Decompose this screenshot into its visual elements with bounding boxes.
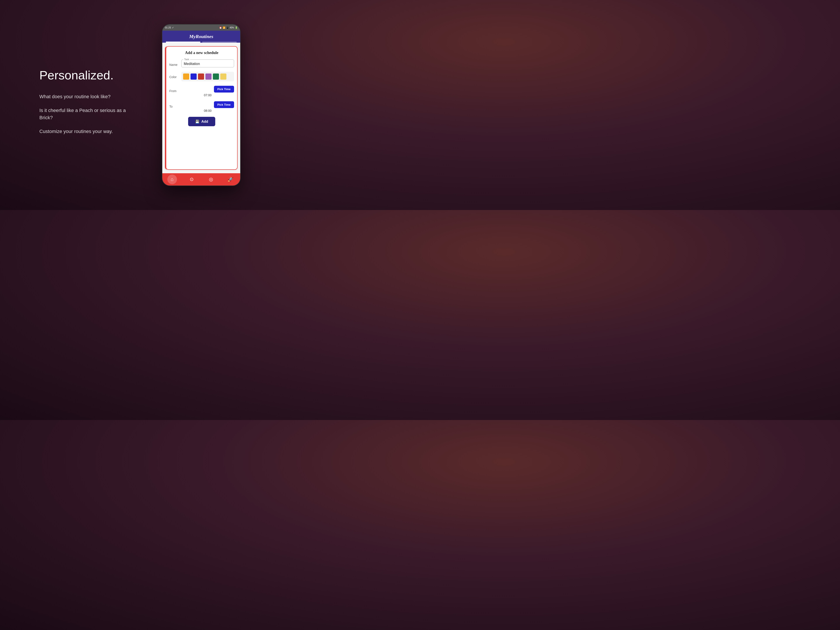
from-time-display: 07:00 [182,93,234,97]
battery-icon: 🔋 [235,27,238,29]
right-panel: 01:25 ✓ ⏰ 📶 📱 40% 🔋 MyRoutines Add [153,15,258,195]
to-pick-time-button[interactable]: Pick Time [214,101,234,108]
name-label: Name [169,60,182,66]
task-input-wrapper[interactable]: Task Meditation [182,60,234,67]
add-button-label: Add [201,120,208,123]
wifi-icon: 📶 [223,27,225,29]
add-btn-row: 💾 Add [169,117,234,126]
task-input-label: Task [183,58,190,61]
status-icons: ⏰ 📶 📱 40% 🔋 [219,27,238,29]
task-value: Meditation [184,62,232,66]
headline: Personalized. [39,68,140,82]
bottom-nav: ⌂ ⊙ ◎ 🚀 [162,173,240,185]
clock-icon: ⊙ [189,177,194,182]
to-time-row: Pick Time 08:00 [182,101,234,112]
signal-icon: 📱 [226,27,229,29]
color-swatch-5[interactable] [220,74,226,80]
color-field [182,72,234,81]
home-icon: ⌂ [171,177,174,182]
color-swatch-2[interactable] [198,74,204,80]
to-label: To [169,101,182,108]
color-row: Color [169,72,234,81]
nav-rocket-button[interactable]: 🚀 [226,175,235,184]
battery-text: 40% [230,27,234,29]
color-swatch-3[interactable] [205,74,212,80]
from-time-row: Pick Time 07:00 [182,86,234,97]
form-title: Add a new schedule [169,51,234,55]
phone-frame: 01:25 ✓ ⏰ 📶 📱 40% 🔋 MyRoutines Add [162,24,241,186]
form-card: Add a new schedule Name Task Meditation … [165,46,238,170]
to-field: Pick Time 08:00 [182,101,234,112]
paragraph-1: What does your routine look like? [39,93,140,100]
to-row: To Pick Time 08:00 [169,101,234,112]
color-label: Color [169,72,182,79]
status-time: 01:25 ✓ [165,26,174,29]
rocket-icon: 🚀 [227,177,234,182]
nav-target-button[interactable]: ◎ [206,175,216,184]
from-label: From [169,86,182,93]
app-content: Add a new schedule Name Task Meditation … [162,43,240,173]
color-swatches [182,72,234,81]
left-panel: Personalized. What does your routine loo… [22,55,153,155]
from-pick-time-button[interactable]: Pick Time [214,86,234,93]
app-header: MyRoutines [162,31,240,43]
paragraph-3: Customize your routines your way. [39,128,140,135]
from-row: From Pick Time 07:00 [169,86,234,97]
add-button[interactable]: 💾 Add [188,117,215,126]
nav-clock-button[interactable]: ⊙ [187,175,196,184]
color-swatch-0[interactable] [183,74,189,80]
color-swatch-4[interactable] [213,74,219,80]
alarm-icon: ⏰ [219,27,222,29]
from-field: Pick Time 07:00 [182,86,234,97]
paragraph-2: Is it cheerful like a Peach or serious a… [39,107,140,121]
save-icon: 💾 [195,120,199,123]
app-title: MyRoutines [166,34,237,39]
name-row: Name Task Meditation [169,60,234,67]
target-icon: ◎ [209,177,213,182]
nav-home-button[interactable]: ⌂ [167,175,177,184]
status-check-icon: ✓ [172,26,174,29]
to-time-display: 08:00 [182,109,234,112]
task-field[interactable]: Task Meditation [182,60,234,67]
color-swatch-1[interactable] [191,74,197,80]
status-bar: 01:25 ✓ ⏰ 📶 📱 40% 🔋 [162,25,240,31]
